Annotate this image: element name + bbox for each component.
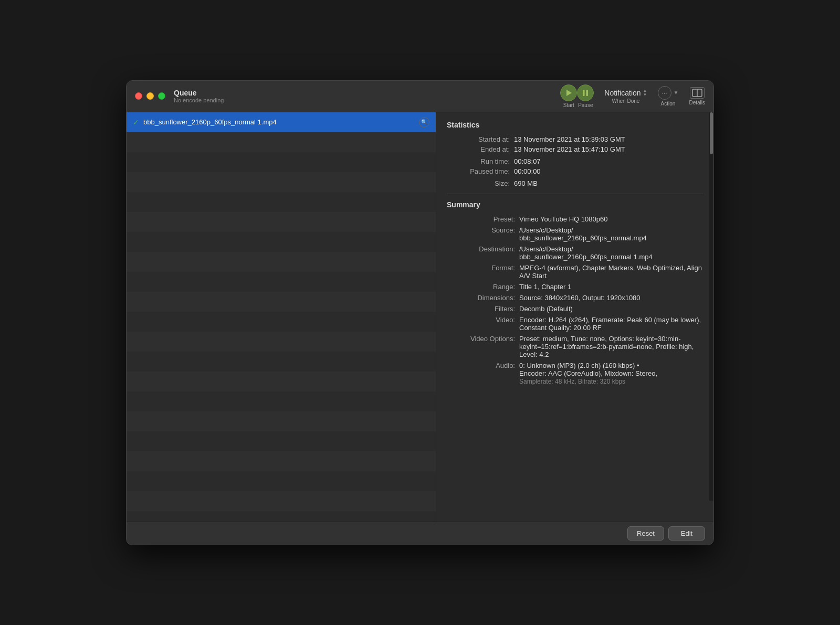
titlebar: Queue No encode pending Start Pause [127,81,713,112]
window-subtitle: No encode pending [174,97,224,103]
empty-queue-rows [127,132,436,522]
svg-rect-1 [583,90,585,96]
queue-panel: ✓ bbb_sunflower_2160p_60fps_normal 1.mp4… [127,112,436,522]
ended-at-row: Ended at: 13 November 2021 at 15:47:10 G… [447,145,703,153]
close-button[interactable] [135,92,142,100]
queue-item[interactable]: ✓ bbb_sunflower_2160p_60fps_normal 1.mp4… [127,112,436,132]
preset-label: Preset: [447,215,515,223]
source-value: /Users/c/Desktop/bbb_sunflower_2160p_60f… [519,226,703,242]
filters-value: Decomb (Default) [519,305,703,313]
search-queue-icon[interactable]: 🔍 [419,117,429,128]
window-title: Queue [174,89,224,97]
empty-row [127,352,436,372]
filters-row: Filters: Decomb (Default) [447,305,703,313]
notification-selector[interactable]: Notification ▲ ▼ When Done [604,89,647,104]
footer: Reset Edit [127,522,713,545]
content-area: ✓ bbb_sunflower_2160p_60fps_normal 1.mp4… [127,112,713,522]
empty-row [127,451,436,471]
statistics-section: Statistics Started at: 13 November 2021 … [447,121,703,187]
details-label: Details [689,100,705,105]
empty-row [127,471,436,491]
empty-row [127,372,436,391]
traffic-lights [135,92,165,100]
video-value: Encoder: H.264 (x264), Framerate: Peak 6… [519,316,703,332]
format-label: Format: [447,264,515,272]
preset-value: Vimeo YouTube HQ 1080p60 [519,215,703,223]
video-options-row: Video Options: Preset: medium, Tune: non… [447,335,703,358]
dimensions-label: Dimensions: [447,294,515,302]
empty-row [127,152,436,172]
destination-label: Destination: [447,245,515,253]
action-chevron-icon: ▼ [674,90,679,96]
start-label: Start [563,102,574,108]
empty-row [127,431,436,451]
action-icon-row: ··· ▼ [658,86,679,100]
window-title-area: Queue No encode pending [174,89,224,103]
empty-row [127,332,436,352]
run-time-label: Run time: [447,157,510,165]
notification-select-row: Notification ▲ ▼ [604,89,647,97]
empty-row [127,212,436,232]
svg-marker-0 [566,90,572,96]
svg-rect-2 [586,90,589,96]
filters-label: Filters: [447,305,515,313]
paused-time-value: 00:00:00 [514,167,541,175]
scrollbar-thumb[interactable] [710,112,713,154]
empty-row [127,272,436,292]
range-row: Range: Title 1, Chapter 1 [447,283,703,291]
format-value: MPEG-4 (avformat), Chapter Markers, Web … [519,264,703,280]
paused-time-label: Paused time: [447,167,510,175]
started-at-value: 13 November 2021 at 15:39:03 GMT [514,135,625,143]
check-icon: ✓ [133,118,139,126]
dimensions-row: Dimensions: Source: 3840x2160, Output: 1… [447,294,703,302]
notification-value: Notification [604,89,640,97]
size-value: 690 MB [514,179,538,187]
empty-row [127,192,436,212]
audio-row: Audio: 0: Unknown (MP3) (2.0 ch) (160 kb… [447,362,703,385]
section-divider [447,194,703,194]
scrollbar-track[interactable] [709,112,713,501]
video-label: Video: [447,316,515,324]
details-icon [690,87,705,99]
video-options-value: Preset: medium, Tune: none, Options: key… [519,335,703,358]
destination-row: Destination: /Users/c/Desktop/bbb_sunflo… [447,245,703,261]
statistics-title: Statistics [447,121,703,129]
empty-row [127,232,436,252]
run-time-value: 00:08:07 [514,157,541,165]
action-button[interactable]: ··· ▼ Action [658,86,679,107]
audio-value: 0: Unknown (MP3) (2.0 ch) (160 kbps) •En… [519,362,703,385]
audio-label: Audio: [447,362,515,369]
action-circle-icon: ··· [658,86,671,100]
size-row: Size: 690 MB [447,179,703,187]
run-time-row: Run time: 00:08:07 [447,157,703,165]
empty-row [127,511,436,522]
start-button[interactable]: Start [560,84,577,108]
maximize-button[interactable] [158,92,165,100]
details-button[interactable]: Details [689,87,705,105]
minimize-button[interactable] [146,92,154,100]
size-label: Size: [447,179,510,187]
format-row: Format: MPEG-4 (avformat), Chapter Marke… [447,264,703,280]
started-at-row: Started at: 13 November 2021 at 15:39:03… [447,135,703,143]
empty-row [127,132,436,152]
started-at-label: Started at: [447,135,510,143]
reset-button[interactable]: Reset [627,526,664,541]
range-label: Range: [447,283,515,291]
video-options-label: Video Options: [447,335,515,343]
when-done-label: When Done [612,98,640,104]
dimensions-value: Source: 3840x2160, Output: 1920x1080 [519,294,703,302]
empty-row [127,172,436,192]
empty-row [127,252,436,272]
empty-row [127,292,436,312]
details-panel[interactable]: Statistics Started at: 13 November 2021 … [436,112,713,522]
paused-time-row: Paused time: 00:00:00 [447,167,703,175]
edit-button[interactable]: Edit [668,526,705,541]
summary-title: Summary [447,200,703,209]
video-row: Video: Encoder: H.264 (x264), Framerate:… [447,316,703,332]
main-window: Queue No encode pending Start Pause [126,80,714,545]
destination-value: /Users/c/Desktop/bbb_sunflower_2160p_60f… [519,245,703,261]
notification-arrows-icon: ▲ ▼ [643,89,647,97]
range-value: Title 1, Chapter 1 [519,283,703,291]
ended-at-value: 13 November 2021 at 15:47:10 GMT [514,145,625,153]
pause-button[interactable]: Pause [577,84,594,108]
